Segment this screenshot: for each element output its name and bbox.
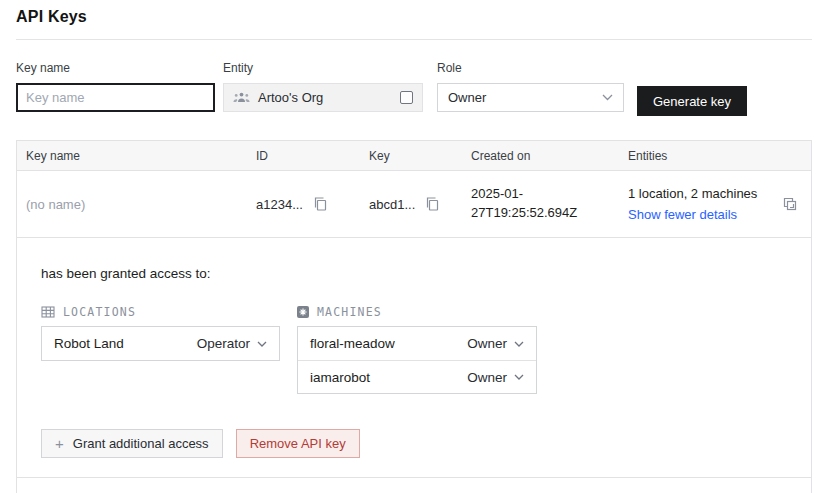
copy-icon bbox=[425, 196, 440, 212]
plus-icon: + bbox=[55, 436, 64, 451]
entity-value: Artoo's Org bbox=[258, 90, 323, 105]
row-key: abcd1... bbox=[369, 197, 415, 212]
key-name-label: Key name bbox=[16, 61, 215, 75]
entity-field: Entity Artoo's Org bbox=[223, 61, 423, 112]
machine-role-select[interactable]: Owner bbox=[467, 336, 524, 351]
organization-icon bbox=[233, 92, 250, 103]
location-role-select[interactable]: Operator bbox=[197, 336, 267, 351]
header-key: Key bbox=[369, 149, 471, 163]
header-entities: Entities bbox=[628, 149, 773, 163]
generate-key-button[interactable]: Generate key bbox=[637, 86, 747, 116]
access-intro-text: has been granted access to: bbox=[41, 266, 787, 281]
location-access-row: Robot Land Operator bbox=[42, 327, 279, 360]
row-key-name: (no name) bbox=[17, 197, 256, 212]
machine-role-value: Owner bbox=[467, 336, 507, 351]
location-name: Robot Land bbox=[54, 336, 124, 351]
machines-heading: MACHINES bbox=[317, 305, 382, 319]
location-role-value: Operator bbox=[197, 336, 250, 351]
role-select[interactable]: Owner bbox=[437, 83, 624, 112]
header-key-name: Key name bbox=[17, 149, 256, 163]
chevron-down-icon bbox=[514, 374, 524, 380]
row-created-on: 2025-01-27T19:25:52.694Z bbox=[471, 185, 628, 223]
show-fewer-details-link[interactable]: Show fewer details bbox=[628, 205, 767, 225]
role-field: Role Owner bbox=[437, 61, 624, 112]
locations-heading: LOCATIONS bbox=[63, 305, 136, 319]
grant-button-label: Grant additional access bbox=[73, 436, 209, 451]
machine-access-row: iamarobot Owner bbox=[298, 360, 536, 393]
entity-select[interactable]: Artoo's Org bbox=[223, 83, 423, 112]
locations-icon bbox=[41, 306, 55, 318]
remove-api-key-button[interactable]: Remove API key bbox=[236, 429, 360, 458]
locations-group: LOCATIONS Robot Land Operator bbox=[41, 305, 280, 394]
page-title: API Keys bbox=[16, 8, 87, 26]
header-id: ID bbox=[256, 149, 369, 163]
machine-name: iamarobot bbox=[310, 370, 370, 385]
copy-key-button[interactable] bbox=[425, 196, 440, 212]
role-value: Owner bbox=[448, 90, 486, 105]
chevron-down-icon bbox=[257, 341, 267, 347]
machines-group: MACHINES floral-meadow Owner bbox=[297, 305, 537, 394]
machines-box: floral-meadow Owner iamarobot bbox=[297, 326, 537, 394]
chevron-down-icon bbox=[514, 341, 524, 347]
machines-icon bbox=[297, 306, 309, 318]
key-name-input[interactable] bbox=[16, 83, 215, 112]
expanded-details: has been granted access to: LOCATIONS bbox=[17, 238, 811, 478]
row-entities: 1 location, 2 machines bbox=[628, 184, 767, 204]
copy-id-button[interactable] bbox=[313, 196, 328, 212]
key-name-field: Key name bbox=[16, 61, 215, 112]
machine-name: floral-meadow bbox=[310, 336, 395, 351]
copy-icon bbox=[313, 196, 328, 212]
header-created-on: Created on bbox=[471, 149, 628, 163]
machine-access-row: floral-meadow Owner bbox=[298, 327, 536, 360]
table-row: (no name) a1234... abcd1... bbox=[17, 171, 811, 238]
role-label: Role bbox=[437, 61, 624, 75]
title-divider bbox=[16, 39, 812, 40]
api-keys-page: API Keys Key name Entity Artoo's Org R bbox=[0, 0, 828, 493]
machine-role-value: Owner bbox=[467, 370, 507, 385]
duplicate-key-button[interactable] bbox=[782, 196, 798, 212]
grant-additional-access-button[interactable]: + Grant additional access bbox=[41, 429, 223, 458]
machine-role-select[interactable]: Owner bbox=[467, 370, 524, 385]
locations-box: Robot Land Operator bbox=[41, 326, 280, 361]
chevron-down-icon bbox=[602, 94, 613, 101]
duplicate-icon bbox=[782, 196, 798, 212]
entity-square-icon bbox=[400, 91, 413, 104]
api-keys-table: Key name ID Key Created on Entities (no … bbox=[16, 140, 812, 493]
row-id: a1234... bbox=[256, 197, 303, 212]
table-header: Key name ID Key Created on Entities bbox=[17, 141, 811, 171]
entity-label: Entity bbox=[223, 61, 423, 75]
